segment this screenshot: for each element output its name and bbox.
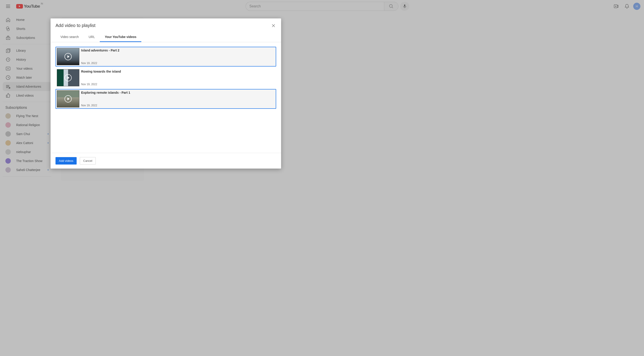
video-thumbnail (57, 48, 79, 65)
play-overlay-icon (64, 53, 72, 60)
video-date: Nov 19, 2022 (81, 83, 121, 86)
add-videos-button[interactable]: Add videos (56, 157, 76, 164)
video-row[interactable]: Rowing towards the island Nov 19, 2022 (56, 68, 276, 88)
modal-title: Add video to playlist (56, 23, 96, 28)
modal-tab[interactable]: Video search (56, 32, 84, 42)
video-date: Nov 19, 2022 (81, 104, 130, 107)
video-thumbnail (57, 69, 79, 86)
play-overlay-icon (64, 95, 72, 102)
modal-tab[interactable]: URL (84, 32, 100, 42)
video-title: Island adventures - Part 2 (81, 48, 119, 52)
play-overlay-icon (64, 74, 72, 81)
cancel-button[interactable]: Cancel (80, 157, 96, 164)
video-row[interactable]: Island adventures - Part 2 Nov 19, 2022 (56, 47, 276, 66)
video-thumbnail (57, 90, 79, 108)
add-video-modal: Add video to playlist Video searchURLYou… (50, 18, 281, 168)
close-icon (272, 24, 275, 27)
modal-close-button[interactable] (271, 23, 276, 28)
video-date: Nov 19, 2022 (81, 62, 119, 65)
modal-body: Island adventures - Part 2 Nov 19, 2022 … (50, 42, 281, 153)
video-title: Exploring remote islands - Part 1 (81, 91, 130, 94)
modal-tab[interactable]: Your YouTube videos (100, 32, 141, 42)
video-title: Rowing towards the island (81, 70, 121, 73)
video-row[interactable]: Exploring remote islands - Part 1 Nov 19… (56, 89, 276, 109)
modal-tabs: Video searchURLYour YouTube videos (50, 32, 281, 42)
